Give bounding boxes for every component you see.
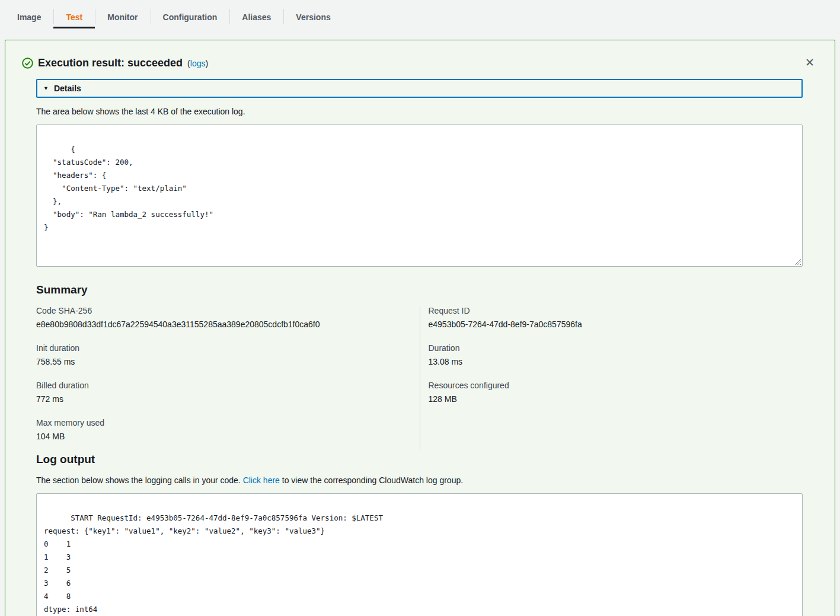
tab-test-label: Test [66, 12, 82, 22]
caret-down-icon: ▼ [43, 85, 49, 91]
logs-paren-close: ) [205, 59, 208, 68]
field-label: Init duration [36, 343, 420, 353]
field-request-id: Request ID e4953b05-7264-47dd-8ef9-7a0c8… [429, 306, 803, 329]
execution-log-text: { "statusCode": 200, "headers": { "Conte… [44, 145, 213, 232]
summary-title: Summary [36, 283, 803, 296]
field-value: 758.55 ms [36, 357, 420, 366]
tab-aliases-label: Aliases [242, 12, 271, 22]
field-label: Duration [429, 343, 803, 353]
tab-image[interactable]: Image [5, 0, 53, 34]
cloudwatch-click-here-link[interactable]: Click here [243, 475, 280, 485]
field-label: Billed duration [36, 381, 420, 390]
tab-test[interactable]: Test [53, 0, 95, 34]
field-value: 13.08 ms [429, 357, 803, 366]
field-value: e4953b05-7264-47dd-8ef9-7a0c857596fa [429, 320, 803, 329]
tab-versions[interactable]: Versions [283, 0, 343, 34]
panel-content: ▼ Details The area below shows the last … [36, 79, 803, 616]
logs-link-wrap: (logs) [187, 59, 208, 68]
log-output-description: The section below shows the logging call… [36, 475, 803, 485]
execution-result-title: Execution result: succeeded [38, 57, 183, 69]
tab-configuration-label: Configuration [163, 12, 218, 22]
field-billed-duration: Billed duration 772 ms [36, 381, 420, 404]
field-value: 104 MB [36, 432, 420, 441]
tab-monitor-label: Monitor [107, 12, 138, 22]
execution-result-header: Execution result: succeeded (logs) [22, 50, 818, 79]
details-expander-button[interactable]: ▼ Details [36, 79, 803, 98]
status-success-icon [22, 58, 33, 69]
log-output-title: Log output [36, 453, 803, 466]
summary-column-left: Code SHA-256 e8e80b9808d33df1dc67a225945… [36, 306, 420, 449]
field-max-memory-used: Max memory used 104 MB [36, 418, 420, 441]
field-code-sha256: Code SHA-256 e8e80b9808d33df1dc67a225945… [36, 306, 420, 329]
logs-link[interactable]: logs [190, 59, 206, 68]
tab-monitor[interactable]: Monitor [95, 0, 150, 34]
field-resources-configured: Resources configured 128 MB [429, 381, 803, 404]
log-output-desc-after: to view the corresponding CloudWatch log… [282, 475, 463, 485]
log-output-text: START RequestId: e4953b05-7264-47dd-8ef9… [44, 513, 793, 616]
close-icon[interactable]: ✕ [804, 56, 816, 69]
summary-grid: Code SHA-256 e8e80b9808d33df1dc67a225945… [36, 306, 803, 449]
execution-log-box[interactable]: { "statusCode": 200, "headers": { "Conte… [36, 125, 803, 267]
tab-configuration[interactable]: Configuration [151, 0, 230, 34]
field-label: Max memory used [36, 418, 420, 427]
field-label: Resources configured [429, 381, 803, 390]
summary-column-right: Request ID e4953b05-7264-47dd-8ef9-7a0c8… [420, 306, 803, 449]
execution-log-note: The area below shows the last 4 KB of th… [36, 107, 803, 116]
resize-handle-icon[interactable] [794, 258, 801, 265]
log-output-desc-before: The section below shows the logging call… [36, 475, 241, 485]
tab-image-label: Image [17, 12, 41, 22]
field-label: Code SHA-256 [36, 306, 420, 315]
field-value: e8e80b9808d33df1dc67a22594540a3e31155285… [36, 320, 420, 329]
field-value: 128 MB [429, 394, 803, 404]
field-label: Request ID [429, 306, 803, 315]
field-duration: Duration 13.08 ms [429, 343, 803, 366]
log-output-box[interactable]: START RequestId: e4953b05-7264-47dd-8ef9… [36, 493, 803, 616]
field-value: 772 ms [36, 394, 420, 404]
execution-result-panel: ✕ Execution result: succeeded (logs) ▼ D… [5, 40, 835, 616]
details-label: Details [54, 84, 81, 93]
tab-versions-label: Versions [296, 12, 330, 22]
tab-aliases[interactable]: Aliases [229, 0, 283, 34]
field-init-duration: Init duration 758.55 ms [36, 343, 420, 366]
tab-bar: Image Test Monitor Configuration Aliases… [0, 0, 840, 34]
